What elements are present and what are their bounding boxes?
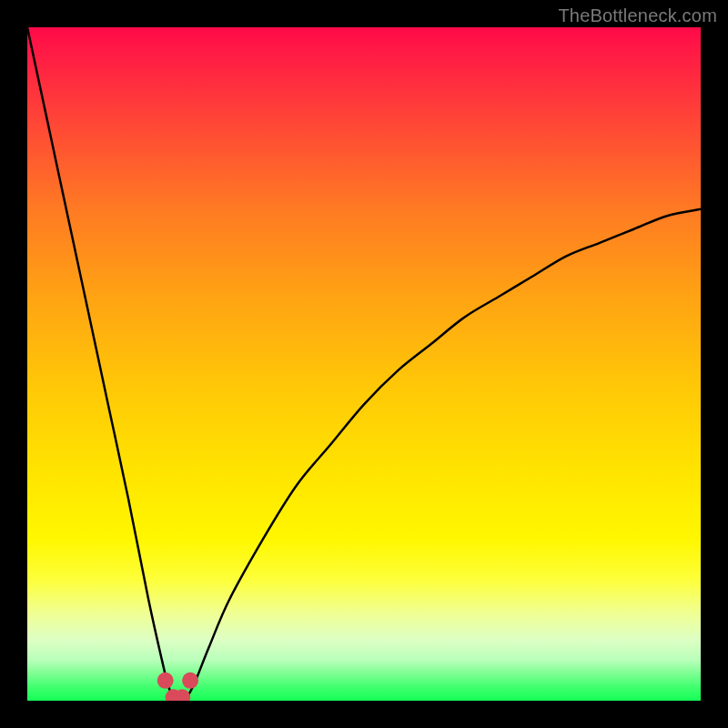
plot-area — [27, 27, 701, 701]
curve-marker — [157, 672, 174, 689]
curve-marker — [174, 689, 190, 701]
curve-marker — [182, 672, 198, 689]
chart-frame: TheBottleneck.com — [0, 0, 728, 728]
watermark-text: TheBottleneck.com — [558, 5, 717, 26]
curve-marker — [166, 689, 182, 701]
bottleneck-curve — [27, 27, 701, 701]
